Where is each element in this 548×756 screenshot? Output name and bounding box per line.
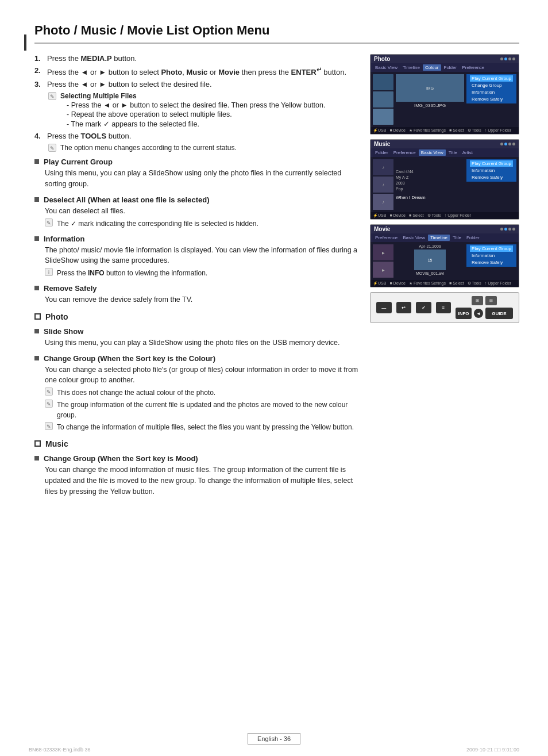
selecting-multiple-heading: Selecting Multiple Files [60, 92, 137, 100]
remote-guide-btn[interactable]: GUIDE [485, 308, 513, 319]
remote-btn-check[interactable]: ✓ [416, 302, 431, 313]
movie-thumb-2: ▶ [373, 262, 393, 278]
music-tab-preference[interactable]: Preference [391, 149, 418, 156]
pencil-icon-6: ✎ [45, 422, 53, 430]
information-body: The photo/ music/ movie file information… [45, 245, 358, 279]
photo-statusbar: ⚡USB ■ Device ★ Favorites Settings ■ Sel… [371, 127, 519, 134]
music-tab-title[interactable]: Title [446, 149, 460, 156]
movie-tab-title[interactable]: Title [450, 235, 464, 241]
photo-tab-timeline[interactable]: Timeline [400, 64, 422, 71]
music-thumbs: ♪ ♪ ♪ [373, 159, 393, 210]
photo-screen-tabs: Basic View Timeline Colour Folder Prefer… [371, 63, 519, 72]
step-4: 4. Press the TOOLS button. [34, 132, 358, 140]
music-song-name: When I Dream [396, 195, 464, 200]
left-column: 1. Press the MEDIA.P button. 2. Press th… [34, 54, 358, 500]
change-group-note-1-text: This does not change the actual colour o… [57, 387, 215, 398]
page: Photo / Music / Movie List Option Menu 1… [0, 0, 548, 756]
movie-menu: Play Current Group Information Remove Sa… [466, 244, 516, 278]
music-tab-basic[interactable]: Basic View [419, 149, 446, 156]
photo-section-label: Photo [45, 312, 68, 321]
step-3-text: Press the ◄ or ► button to select the de… [47, 80, 212, 89]
dot3 [508, 57, 511, 60]
photo-tab-folder[interactable]: Folder [442, 64, 460, 71]
remote-info-btn[interactable]: INFO [456, 308, 472, 319]
remove-safely-label: Remove Safely [44, 284, 97, 293]
information-label: Information [44, 235, 85, 243]
music-dot1 [500, 143, 503, 145]
play-current-group-body: Using this menu, you can play a SlideSho… [45, 168, 358, 190]
photo-screen-dots [500, 57, 515, 60]
movie-menu-item-2[interactable]: Information [470, 252, 513, 259]
remote-circle-btn[interactable]: ◄ [474, 309, 483, 318]
movie-menu-item-1[interactable]: Play Current Group [470, 245, 513, 252]
photo-menu-item-3[interactable]: Information [470, 89, 513, 95]
movie-status-device: ■ Device [389, 281, 406, 286]
music-screen-content: ♪ ♪ ♪ Card 4/44 My A-Z 2003 Pop When I D… [371, 157, 519, 212]
change-group-photo-body: You can change a selected photo file's (… [45, 364, 358, 433]
photo-menu-item-1[interactable]: Play Current Group [470, 75, 513, 82]
dot4 [512, 57, 515, 60]
music-thumb-3: ♪ [373, 194, 393, 210]
remove-safely-body: You can remove the device safely from th… [45, 294, 358, 305]
movie-dot2 [504, 228, 507, 231]
movie-tab-basic[interactable]: Basic View [400, 235, 427, 241]
change-group-music-heading: Change Group (When the Sort key is Mood) [34, 454, 358, 463]
music-menu-item-1[interactable]: Play Current Group [470, 160, 513, 167]
selecting-multiple-block: ✎ Selecting Multiple Files - Press the ◄… [48, 92, 358, 128]
movie-menu-box: Play Current Group Information Remove Sa… [466, 244, 516, 267]
music-thumb-1: ♪ [373, 159, 393, 175]
bullet-slideshow [34, 329, 39, 333]
movie-screen: Movie Preference Basic View Timeline Tit… [370, 224, 519, 287]
movie-status-folder: ↑ Upper Folder [485, 281, 511, 286]
movie-dot1 [500, 228, 503, 231]
remote-icon-1: ⊞ [472, 296, 483, 305]
movie-status-select: ■ Select [449, 281, 464, 286]
bullet-change-group-music [34, 456, 39, 460]
movie-tab-folder[interactable]: Folder [464, 235, 482, 241]
photo-menu-item-2[interactable]: Change Group [470, 82, 513, 89]
movie-screen-titlebar: Movie [371, 225, 519, 233]
remote-btn-enter[interactable]: ↩ [396, 302, 412, 313]
photo-tab-preference[interactable]: Preference [460, 64, 487, 71]
deselect-all-heading: Deselect All (When at least one file is … [34, 195, 358, 204]
music-main-area: Card 4/44 My A-Z 2003 Pop When I Dream [396, 159, 464, 210]
movie-dot3 [508, 228, 511, 231]
remote-bottom-row: ⊞ ⊟ INFO ◄ GUIDE [456, 296, 513, 319]
music-menu-item-3[interactable]: Remove Safely [470, 174, 513, 181]
photo-status-select: ■ Select [449, 128, 464, 133]
photo-menu-box: Play Current Group Change Group Informat… [466, 74, 516, 103]
play-current-group-label: Play Current Group [44, 158, 113, 166]
photo-menu-item-4[interactable]: Remove Safely [470, 96, 513, 102]
music-tab-artist[interactable]: Artist [460, 149, 475, 156]
pencil-icon: ✎ [48, 92, 56, 100]
deselect-note-line: ✎ The ✓ mark indicating the correspondin… [45, 218, 358, 229]
photo-menu: Play Current Group Change Group Informat… [466, 74, 516, 125]
remote-btn-menu[interactable]: ≡ [436, 302, 451, 313]
photo-thumb-2 [373, 91, 393, 108]
movie-tab-timeline[interactable]: Timeline [428, 235, 450, 241]
movie-menu-item-3[interactable]: Remove Safely [470, 259, 513, 266]
step-2-text: Press the ◄ or ► button to select Photo,… [47, 66, 346, 76]
step-4-text: Press the TOOLS button. [47, 132, 131, 140]
photo-tab-basic[interactable]: Basic View [373, 64, 400, 71]
photo-status-tools: ⚙ Tools [468, 128, 481, 133]
music-info-2: My A-Z [396, 175, 464, 179]
remote-btn-minus[interactable]: — [376, 302, 392, 313]
remote-icon-row: ⊞ ⊟ [472, 296, 497, 305]
music-menu-item-2[interactable]: Information [470, 167, 513, 174]
photo-tab-colour[interactable]: Colour [423, 64, 441, 71]
deselect-all-label: Deselect All (When at least one file is … [44, 195, 210, 204]
footer-bottom: BN68-02333K-Eng.indb 36 2009-10-21 □□ 9:… [29, 747, 519, 753]
music-status-tools: ⚙ Tools [427, 213, 441, 218]
music-screen-titlebar: Music [371, 140, 519, 148]
movie-statusbar: ⚡USB ■ Device ★ Favorites Settings ■ Sel… [371, 280, 519, 287]
photo-thumb-1 [373, 74, 393, 90]
remote-illustration: — ↩ ✓ ≡ ⊞ ⊟ INFO ◄ GUIDE [370, 292, 519, 323]
music-tab-folder[interactable]: Folder [373, 149, 391, 156]
pencil-icon-2: ✎ [48, 144, 56, 152]
footer-left-text: BN68-02333K-Eng.indb 36 [29, 747, 91, 753]
music-checkbox-icon [34, 440, 41, 447]
step-3-num: 3. [34, 80, 44, 89]
deselect-all-body: You can deselect all files. ✎ The ✓ mark… [45, 206, 358, 229]
movie-tab-preference[interactable]: Preference [373, 235, 400, 241]
